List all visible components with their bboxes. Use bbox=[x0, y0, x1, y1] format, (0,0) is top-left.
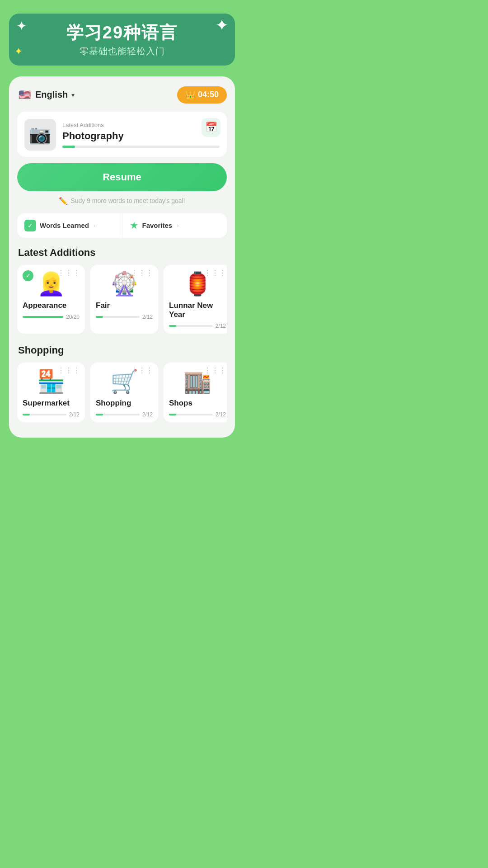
resume-button[interactable]: Resume bbox=[17, 163, 227, 191]
course-card[interactable]: 📷 Latest Additions Photography 📅 bbox=[17, 112, 227, 157]
sparkle-yellow-icon: ✦ bbox=[14, 47, 23, 57]
course-progress-bar-fill bbox=[62, 146, 75, 148]
word-card-appearance[interactable]: ⋮⋮⋮ ✓ 👱‍♀️ Appearance 20/20 bbox=[17, 265, 85, 334]
chevron-right-icon-2: › bbox=[177, 222, 178, 229]
banner-title: 学习29种语言 bbox=[23, 24, 221, 42]
favorites-label: Favorites bbox=[142, 222, 173, 229]
language-selector[interactable]: 🇺🇸 English ▾ bbox=[17, 88, 75, 102]
promo-banner: ✦ ✦ 学习29种语言 零基础也能轻松入门 ✦ bbox=[9, 14, 235, 66]
word-card-image-shopping: 🛒 bbox=[96, 368, 153, 395]
word-card-shops[interactable]: ⋮⋮⋮ 🏬 Shops 2/12 bbox=[164, 363, 227, 422]
word-card-progress-lunar: 2/12 bbox=[169, 323, 226, 329]
word-card-count-supermarket: 2/12 bbox=[69, 411, 80, 418]
word-card-lunar[interactable]: ⋮⋮⋮ 🏮 Lunnar New Year 2/12 bbox=[164, 265, 227, 334]
word-card-count-fair: 2/12 bbox=[142, 314, 153, 320]
word-card-name-supermarket: Supermarket bbox=[23, 399, 80, 408]
shopping-title: Shopping bbox=[17, 344, 227, 356]
word-card-count-shops: 2/12 bbox=[216, 411, 226, 418]
words-learned-stat[interactable]: ✓ Words Learned › bbox=[17, 213, 122, 238]
word-card-progress-appearance: 20/20 bbox=[23, 314, 80, 320]
calendar-button[interactable]: 📅 bbox=[202, 118, 221, 137]
language-name: English bbox=[35, 90, 68, 100]
word-card-name-appearance: Appearance bbox=[23, 301, 80, 310]
timer-badge[interactable]: 👑 04:50 bbox=[177, 86, 227, 104]
course-info: Latest Additions Photography bbox=[62, 122, 220, 148]
flag-icon: 🇺🇸 bbox=[17, 88, 32, 102]
word-card-progress-fair: 2/12 bbox=[96, 314, 153, 320]
word-card-count-shopping: 2/12 bbox=[142, 411, 153, 418]
word-card-name-shops: Shops bbox=[169, 399, 226, 408]
goal-text-row: ✏️ Sudy 9 more words to meet today's goa… bbox=[17, 197, 227, 205]
sparkle-icon-tl: ✦ bbox=[16, 20, 27, 33]
word-card-name-lunar: Lunnar New Year bbox=[169, 301, 226, 319]
main-card: 🇺🇸 English ▾ 👑 04:50 📷 Latest Additions … bbox=[9, 76, 235, 438]
word-card-progress-shopping: 2/12 bbox=[96, 411, 153, 418]
word-card-shopping[interactable]: ⋮⋮⋮ 🛒 Shopping 2/12 bbox=[90, 363, 158, 422]
sparkle-icon-tr: ✦ bbox=[215, 17, 229, 33]
latest-additions-title: Latest Additions bbox=[17, 247, 227, 259]
shopping-scroll: ⋮⋮⋮ 🏪 Supermarket 2/12 ⋮⋮⋮ 🛒 Shopping 2/… bbox=[17, 363, 227, 424]
course-name: Photography bbox=[62, 130, 220, 142]
word-card-name-shopping: Shopping bbox=[96, 399, 153, 408]
word-card-progress-supermarket: 2/12 bbox=[23, 411, 80, 418]
course-image: 📷 bbox=[24, 119, 56, 151]
word-card-fair[interactable]: ⋮⋮⋮ 🎡 Fair 2/12 bbox=[90, 265, 158, 334]
word-card-supermarket[interactable]: ⋮⋮⋮ 🏪 Supermarket 2/12 bbox=[17, 363, 85, 422]
word-card-count-lunar: 2/12 bbox=[216, 323, 226, 329]
app-header: 🇺🇸 English ▾ 👑 04:50 bbox=[17, 86, 227, 104]
word-card-image-shops: 🏬 bbox=[169, 368, 226, 395]
words-learned-label: Words Learned bbox=[40, 222, 89, 229]
star-icon: ★ bbox=[130, 220, 139, 231]
banner-subtitle: 零基础也能轻松入门 bbox=[23, 45, 221, 57]
check-icon: ✓ bbox=[24, 220, 36, 231]
crown-icon: 👑 bbox=[185, 90, 195, 100]
chevron-right-icon: › bbox=[94, 222, 95, 229]
completed-icon: ✓ bbox=[23, 270, 33, 281]
timer-value: 04:50 bbox=[198, 90, 219, 99]
goal-text: Sudy 9 more words to meet today's goal! bbox=[70, 197, 185, 204]
course-progress-bar-bg bbox=[62, 146, 220, 148]
word-card-image-appearance: ✓ 👱‍♀️ bbox=[23, 270, 80, 297]
word-card-image-lunar: 🏮 bbox=[169, 270, 226, 297]
course-label: Latest Additions bbox=[62, 122, 220, 128]
edit-icon: ✏️ bbox=[59, 197, 68, 205]
word-card-progress-shops: 2/12 bbox=[169, 411, 226, 418]
word-card-image-supermarket: 🏪 bbox=[23, 368, 80, 395]
word-card-name-fair: Fair bbox=[96, 301, 153, 310]
favorites-stat[interactable]: ★ Favorites › bbox=[122, 213, 227, 238]
chevron-down-icon: ▾ bbox=[71, 91, 75, 99]
word-card-image-fair: 🎡 bbox=[96, 270, 153, 297]
stats-row: ✓ Words Learned › ★ Favorites › bbox=[17, 213, 227, 238]
word-card-count-appearance: 20/20 bbox=[66, 314, 80, 320]
latest-additions-scroll: ⋮⋮⋮ ✓ 👱‍♀️ Appearance 20/20 ⋮⋮⋮ 🎡 Fair bbox=[17, 265, 227, 335]
